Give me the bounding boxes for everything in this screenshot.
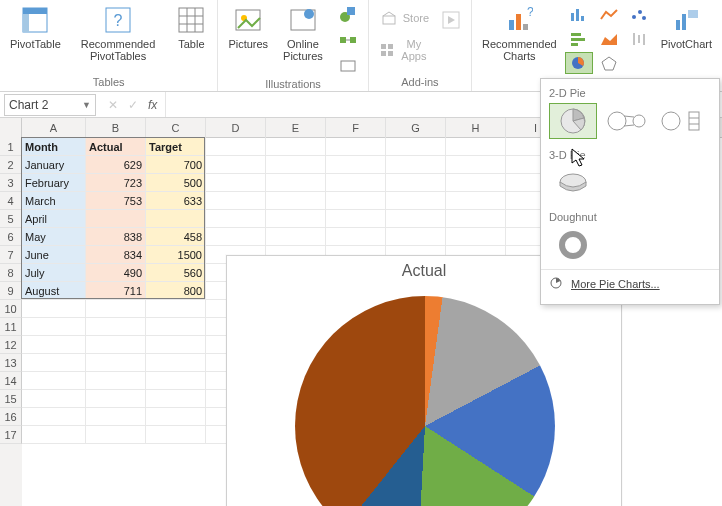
row-header[interactable]: 10 (0, 300, 22, 318)
cell[interactable]: 800 (146, 282, 206, 300)
select-all-corner[interactable] (0, 118, 22, 138)
column-header[interactable]: H (446, 118, 506, 138)
row-header[interactable]: 1 (0, 138, 22, 156)
column-header[interactable]: E (266, 118, 326, 138)
row-header[interactable]: 12 (0, 336, 22, 354)
cell[interactable] (22, 300, 86, 318)
cell[interactable] (86, 354, 146, 372)
cell[interactable] (86, 390, 146, 408)
cell[interactable] (146, 210, 206, 228)
fx-icon[interactable]: fx (148, 98, 157, 112)
row-header[interactable]: 2 (0, 156, 22, 174)
cell[interactable] (206, 192, 266, 210)
cell[interactable] (146, 390, 206, 408)
cell[interactable]: Month (22, 138, 86, 156)
pie-plot-area[interactable] (295, 296, 555, 506)
cell[interactable] (22, 318, 86, 336)
cell[interactable] (22, 354, 86, 372)
cell[interactable]: 723 (86, 174, 146, 192)
cell[interactable] (266, 174, 326, 192)
cell[interactable]: June (22, 246, 86, 264)
cell[interactable]: July (22, 264, 86, 282)
cell[interactable] (206, 156, 266, 174)
cell[interactable]: March (22, 192, 86, 210)
cell[interactable]: 490 (86, 264, 146, 282)
cell[interactable] (326, 174, 386, 192)
cell[interactable]: Actual (86, 138, 146, 156)
cell[interactable] (446, 210, 506, 228)
column-chart-button[interactable] (565, 4, 593, 26)
cell[interactable] (86, 372, 146, 390)
cell[interactable] (326, 138, 386, 156)
row-header[interactable]: 14 (0, 372, 22, 390)
combo-chart-button[interactable] (625, 52, 653, 74)
more-pie-charts[interactable]: More Pie Charts... (541, 269, 719, 298)
row-header[interactable]: 16 (0, 408, 22, 426)
cell[interactable]: April (22, 210, 86, 228)
cell[interactable]: 834 (86, 246, 146, 264)
cell[interactable] (86, 210, 146, 228)
pie-2d-option[interactable] (549, 103, 597, 139)
cell[interactable] (266, 210, 326, 228)
cell[interactable] (326, 156, 386, 174)
cell[interactable] (326, 228, 386, 246)
cell[interactable] (86, 336, 146, 354)
cell[interactable] (22, 372, 86, 390)
cell[interactable] (266, 228, 326, 246)
row-header[interactable]: 3 (0, 174, 22, 192)
cell[interactable] (446, 228, 506, 246)
column-header[interactable]: B (86, 118, 146, 138)
pie-3d-option[interactable] (549, 165, 597, 201)
cell[interactable] (86, 300, 146, 318)
cell[interactable] (266, 138, 326, 156)
cell[interactable] (146, 426, 206, 444)
cell[interactable]: 700 (146, 156, 206, 174)
row-header[interactable]: 8 (0, 264, 22, 282)
pie-of-pie-option[interactable] (603, 103, 651, 139)
line-chart-button[interactable] (595, 4, 623, 26)
row-header[interactable]: 17 (0, 426, 22, 444)
row-header[interactable]: 15 (0, 390, 22, 408)
cell[interactable] (86, 408, 146, 426)
cell[interactable] (386, 156, 446, 174)
cell[interactable]: May (22, 228, 86, 246)
pivotchart-button[interactable]: PivotChart (657, 2, 716, 52)
cell[interactable] (446, 174, 506, 192)
cell[interactable]: 633 (146, 192, 206, 210)
cell[interactable] (146, 336, 206, 354)
recommended-pivottables-button[interactable]: ? Recommended PivotTables (69, 2, 168, 64)
column-header[interactable]: F (326, 118, 386, 138)
doughnut-option[interactable] (549, 227, 597, 263)
cell[interactable] (386, 210, 446, 228)
cell[interactable]: 500 (146, 174, 206, 192)
cell[interactable] (206, 210, 266, 228)
row-header[interactable]: 9 (0, 282, 22, 300)
row-header[interactable]: 4 (0, 192, 22, 210)
cell[interactable] (86, 426, 146, 444)
cell[interactable] (386, 174, 446, 192)
cell[interactable]: Target (146, 138, 206, 156)
column-header[interactable]: D (206, 118, 266, 138)
cell[interactable]: January (22, 156, 86, 174)
cell[interactable] (446, 156, 506, 174)
recommended-charts-button[interactable]: ? Recommended Charts (478, 2, 561, 64)
pictures-button[interactable]: Pictures (224, 2, 272, 52)
bar-chart-button[interactable] (565, 28, 593, 50)
cell[interactable]: 458 (146, 228, 206, 246)
column-header[interactable]: C (146, 118, 206, 138)
cell[interactable] (446, 192, 506, 210)
cell[interactable]: 1500 (146, 246, 206, 264)
bar-of-pie-option[interactable] (657, 103, 705, 139)
radar-chart-button[interactable] (595, 52, 623, 74)
cell[interactable]: 838 (86, 228, 146, 246)
cell[interactable] (206, 174, 266, 192)
store-button[interactable]: Store (375, 6, 433, 30)
cell[interactable]: February (22, 174, 86, 192)
name-box-dropdown-icon[interactable]: ▼ (82, 100, 91, 110)
cell[interactable] (22, 336, 86, 354)
cell[interactable] (206, 228, 266, 246)
row-header[interactable]: 13 (0, 354, 22, 372)
cell[interactable] (22, 408, 86, 426)
row-header[interactable]: 6 (0, 228, 22, 246)
cell[interactable] (266, 156, 326, 174)
